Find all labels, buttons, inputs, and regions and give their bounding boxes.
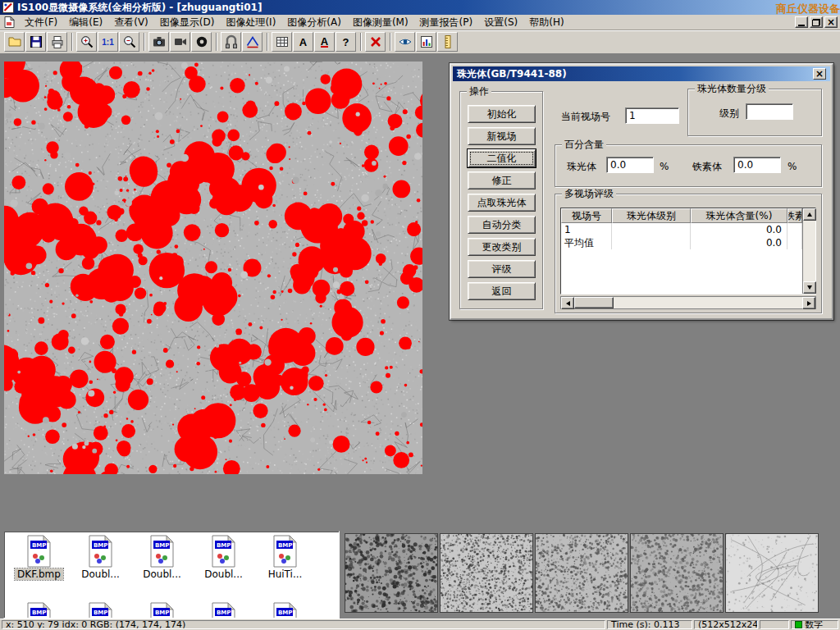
dialog-title-bar[interactable]: 珠光体(GB/T9441-88) — [453, 66, 830, 81]
thumbnail-3[interactable] — [535, 533, 628, 613]
dialog-close-button[interactable] — [813, 68, 826, 80]
header-field[interactable]: 视场号 — [561, 208, 612, 223]
capture-icon — [194, 34, 209, 49]
micrograph-canvas[interactable] — [4, 62, 422, 474]
current-field-input[interactable]: 1 — [625, 107, 679, 124]
menu-help[interactable]: 帮助(H) — [523, 15, 569, 30]
save-button[interactable] — [25, 32, 46, 52]
scrollbar-track[interactable] — [614, 297, 802, 308]
menu-image-processing[interactable]: 图像处理(I) — [220, 15, 281, 30]
caliper-button[interactable] — [221, 32, 241, 52]
dialog-title: 珠光体(GB/T9441-88) — [457, 67, 567, 81]
thumbnail-1[interactable] — [345, 533, 438, 613]
file-item[interactable]: BMP — [8, 602, 70, 619]
file-item[interactable]: BMP — [254, 602, 316, 619]
camera-button[interactable] — [148, 32, 169, 52]
measure-button[interactable] — [242, 32, 262, 52]
header-level[interactable]: 珠光体级别 — [612, 208, 691, 223]
pearlite-dialog: 珠光体(GB/T9441-88) 操作 初始化 新视场 二值化 修正 点取珠光体… — [450, 63, 833, 320]
table-grid: 视场号 珠光体级别 珠光体含量(%) 铁素 1 0.0 平均值 0 — [561, 208, 802, 294]
table-row[interactable]: 1 0.0 — [561, 223, 802, 236]
file-item[interactable]: BMP DKF.bmp — [8, 535, 70, 580]
file-name: Doubl... — [140, 568, 184, 580]
toolbar-separator — [144, 33, 145, 51]
file-item[interactable]: BMP HuiTi... — [254, 535, 316, 580]
menu-file[interactable]: 文件(F) — [19, 15, 63, 30]
auto-classify-button[interactable]: 自动分类 — [468, 216, 536, 234]
capture-button[interactable] — [191, 32, 212, 52]
file-item[interactable]: BMP Doubl... — [131, 535, 193, 580]
level-label: 级别 — [719, 107, 739, 119]
new-field-button[interactable]: 新视场 — [468, 127, 536, 145]
zoom-out-button[interactable] — [119, 32, 139, 52]
vertical-scrollbar[interactable] — [802, 208, 815, 294]
menu-edit[interactable]: 编辑(E) — [63, 15, 108, 30]
chart-button[interactable] — [416, 32, 436, 52]
thumbnail-2[interactable] — [440, 533, 533, 613]
menu-image-display[interactable]: 图像显示(D) — [154, 15, 221, 30]
bmp-file-icon: BMP — [25, 535, 52, 568]
help-button[interactable]: ? — [336, 32, 356, 52]
scrollbar-thumb[interactable] — [574, 297, 614, 308]
menu-image-analysis[interactable]: 图像分析(A) — [281, 15, 347, 30]
pick-pearlite-button[interactable]: 点取珠光体 — [468, 194, 536, 212]
thumbnail-4[interactable] — [630, 533, 724, 613]
header-ferrite[interactable]: 铁素 — [788, 208, 802, 223]
file-item[interactable]: BMP — [131, 602, 193, 619]
rate-button[interactable]: 评级 — [468, 260, 536, 278]
change-class-button[interactable]: 更改类别 — [468, 238, 536, 256]
ferrite-input[interactable]: 0.0 — [733, 157, 781, 173]
open-button[interactable] — [4, 32, 25, 52]
init-button[interactable]: 初始化 — [468, 105, 536, 123]
return-button[interactable]: 返回 — [468, 282, 536, 300]
cut-button[interactable] — [365, 32, 386, 52]
file-item[interactable]: BMP — [193, 602, 254, 619]
multifield-table[interactable]: 视场号 珠光体级别 珠光体含量(%) 铁素 1 0.0 平均值 0 — [560, 208, 816, 294]
zoom-in-button[interactable] — [76, 32, 97, 52]
level-input[interactable] — [746, 103, 793, 120]
eye-button[interactable] — [395, 32, 415, 52]
file-item[interactable]: BMP Doubl... — [193, 535, 254, 580]
signal-icon — [795, 621, 802, 628]
operations-group: 操作 初始化 新视场 二值化 修正 点取珠光体 自动分类 更改类别 评级 返回 — [459, 91, 543, 309]
toolbar-separator — [267, 33, 268, 51]
menu-view[interactable]: 查看(V) — [108, 15, 154, 30]
pearlite-input[interactable]: 0.0 — [606, 157, 654, 173]
header-content[interactable]: 珠光体含量(%) — [691, 208, 788, 223]
thumbnail-5[interactable] — [725, 533, 819, 613]
svg-text:BMP: BMP — [32, 542, 46, 549]
actual-size-button[interactable]: 1:1 — [98, 32, 118, 52]
menu-settings[interactable]: 设置(S) — [478, 15, 523, 30]
document-icon[interactable] — [2, 16, 16, 29]
text-button[interactable]: A — [293, 32, 313, 52]
angle-button[interactable]: A — [314, 32, 335, 52]
ruler-button[interactable] — [437, 32, 458, 52]
file-item[interactable]: BMP Doubl... — [70, 535, 131, 580]
minimize-button[interactable] — [795, 16, 808, 28]
table-row[interactable]: 平均值 0.0 — [561, 236, 802, 249]
menu-image-measure[interactable]: 图像测量(M) — [347, 15, 414, 30]
horizontal-scrollbar[interactable] — [560, 296, 816, 309]
title-bar[interactable]: IS100显微摄像系统(金相分析版) - [zhuguangti01] 商丘仪器… — [0, 0, 840, 15]
grid-button[interactable] — [272, 32, 292, 52]
toolbar-separator — [360, 33, 362, 51]
status-bar: x: 510 y: 79 idx: 0 RGB: (174, 174, 174)… — [0, 619, 840, 630]
save-icon — [29, 34, 43, 49]
restore-button[interactable] — [810, 16, 823, 28]
menu-measure-report[interactable]: 测量报告(P) — [414, 15, 479, 30]
scroll-down-button[interactable] — [803, 281, 816, 294]
print-icon — [50, 34, 65, 49]
bmp-file-icon: BMP — [87, 602, 114, 619]
correct-button[interactable]: 修正 — [468, 171, 536, 189]
svg-text:BMP: BMP — [155, 609, 169, 616]
print-button[interactable] — [47, 32, 67, 52]
close-icon — [827, 16, 835, 28]
file-item[interactable]: BMP — [70, 602, 131, 619]
binarize-button[interactable]: 二值化 — [468, 149, 536, 167]
scroll-right-button[interactable] — [802, 297, 815, 309]
scroll-up-button[interactable] — [803, 208, 816, 221]
scroll-left-button[interactable] — [561, 297, 574, 309]
close-button[interactable] — [824, 16, 838, 28]
video-button[interactable] — [170, 32, 190, 52]
svg-text:BMP: BMP — [278, 609, 292, 616]
